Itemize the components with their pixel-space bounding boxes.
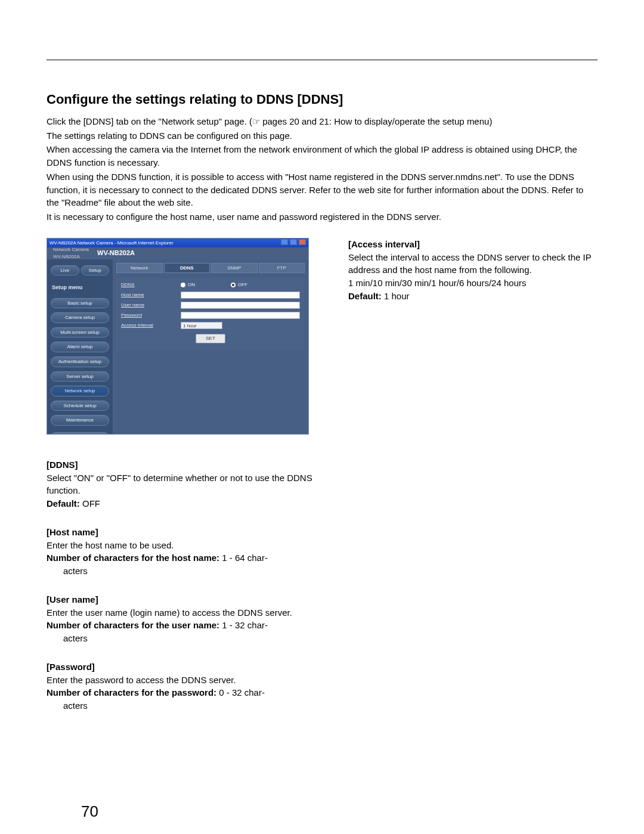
intro-p: It is necessary to configure the host na… <box>47 210 597 224</box>
tab-ddns[interactable]: DDNS <box>164 263 210 274</box>
section-title: [Password] <box>47 661 324 674</box>
content-panel: Network DDNS SNMP FTP DDNS ON OFF <box>113 259 308 434</box>
section-title: [DDNS] <box>47 458 324 472</box>
password-input[interactable] <box>181 312 300 319</box>
radio-off-label: OFF <box>238 281 247 289</box>
sidebar-item-network[interactable]: Network setup <box>51 386 109 396</box>
setup-button[interactable]: Setup <box>81 265 110 276</box>
num-label: Number of characters for the host name: <box>47 553 219 563</box>
form-label-host: Host name <box>121 292 181 299</box>
radio-on-label: ON <box>188 281 195 289</box>
set-button[interactable]: SET <box>196 334 225 343</box>
section-user: [User name] Enter the user name (login n… <box>47 593 324 645</box>
sidebar-item-help[interactable]: Help <box>51 432 109 435</box>
section-ddns: [DDNS] Select "ON" or "OFF" to determine… <box>47 458 324 510</box>
default-label: Default: <box>348 291 382 301</box>
num-value: 1 - 32 char- <box>219 620 268 630</box>
intro-block: Click the [DDNS] tab on the "Network set… <box>47 115 597 224</box>
default-label: Default: <box>47 498 80 509</box>
window-controls <box>280 239 306 247</box>
maximize-icon[interactable] <box>290 239 297 245</box>
page-number: 70 <box>81 801 98 823</box>
tab-ftp[interactable]: FTP <box>259 263 305 274</box>
sidebar-item-camera[interactable]: Camera setup <box>51 312 109 323</box>
section-title: [Access interval] <box>348 238 597 251</box>
radio-on[interactable]: ON <box>181 281 195 289</box>
shot-header: Network Camera WV-NB202A WV-NB202A <box>47 247 308 259</box>
form-label-user: User name <box>121 302 181 309</box>
default-value: 1 hour <box>382 291 410 301</box>
screenshot: WV-NB202A Network Camera - Microsoft Int… <box>47 238 309 435</box>
section-text: Enter the host name to be used. <box>47 539 324 552</box>
sidebar: Live Setup Setup menu Basic setup Camera… <box>47 259 113 434</box>
radio-off[interactable]: OFF <box>231 281 247 289</box>
sidebar-title: Setup menu <box>52 284 109 292</box>
num-value-cont: acters <box>47 699 324 712</box>
tab-snmp[interactable]: SNMP <box>211 263 258 274</box>
sidebar-item-schedule[interactable]: Schedule setup <box>51 401 109 411</box>
num-value-cont: acters <box>47 565 324 578</box>
header-model: WV-NB202A <box>97 249 135 258</box>
num-value: 1 - 64 char- <box>219 553 268 563</box>
intro-p: When accessing the camera via the Intern… <box>47 143 597 169</box>
num-label: Number of characters for the password: <box>47 687 216 697</box>
section-interval: [Access interval] Select the interval to… <box>348 238 597 303</box>
close-icon[interactable] <box>299 239 306 245</box>
intro-p: The settings relating to DDNS can be con… <box>47 129 597 142</box>
tab-network[interactable]: Network <box>116 263 163 274</box>
radio-icon <box>181 283 185 287</box>
default-value: OFF <box>80 498 100 509</box>
section-title: [Host name] <box>47 526 324 539</box>
intro-p: Click the [DDNS] tab on the "Network set… <box>47 115 597 128</box>
sidebar-item-maintenance[interactable]: Maintenance <box>51 415 109 426</box>
section-password: [Password] Enter the password to access … <box>47 661 324 712</box>
num-label: Number of characters for the user name: <box>47 620 219 630</box>
window-title: WV-NB202A Network Camera - Microsoft Int… <box>49 240 174 247</box>
interval-select[interactable]: 1 hour <box>181 322 222 329</box>
form-label-password: Password <box>121 312 181 319</box>
user-input[interactable] <box>181 302 300 309</box>
sidebar-item-server[interactable]: Server setup <box>51 371 109 382</box>
top-rule <box>47 60 597 60</box>
tab-bar: Network DDNS SNMP FTP <box>116 263 305 274</box>
form-panel: DDNS ON OFF Host name User name <box>116 278 305 350</box>
section-text: Enter the user name (login name) to acce… <box>47 606 324 619</box>
section-text: Select "ON" or "OFF" to determine whethe… <box>47 472 324 498</box>
interval-options: 1 min/10 min/30 min/1 hour/6 hours/24 ho… <box>348 277 597 290</box>
live-button[interactable]: Live <box>51 265 79 276</box>
form-label-interval: Access interval <box>121 322 181 329</box>
section-text: Enter the password to access the DDNS se… <box>47 674 324 687</box>
intro-p: When using the DDNS function, it is poss… <box>47 170 597 209</box>
section-title: [User name] <box>47 593 324 606</box>
section-text: Select the interval to access the DDNS s… <box>348 251 597 277</box>
host-input[interactable] <box>181 292 300 299</box>
sidebar-item-alarm[interactable]: Alarm setup <box>51 342 109 352</box>
minimize-icon[interactable] <box>281 239 288 245</box>
header-small-label: Network Camera <box>53 246 89 253</box>
sidebar-item-basic[interactable]: Basic setup <box>51 298 109 309</box>
sidebar-item-multiscreen[interactable]: Multi-screen setup <box>51 327 109 338</box>
num-value-cont: acters <box>47 632 324 645</box>
page-title: Configure the settings relating to DDNS … <box>47 90 597 109</box>
num-value: 0 - 32 char- <box>216 687 265 697</box>
section-host: [Host name] Enter the host name to be us… <box>47 526 324 578</box>
form-label-ddns: DDNS <box>121 281 181 289</box>
radio-icon <box>231 283 236 287</box>
sidebar-item-authentication[interactable]: Authentication setup <box>51 356 109 367</box>
